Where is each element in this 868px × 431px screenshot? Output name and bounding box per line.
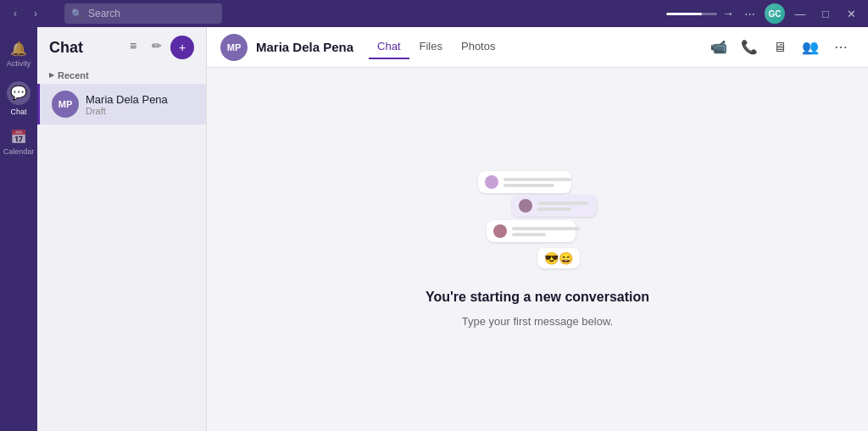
contact-avatar: MP xyxy=(220,34,248,61)
list-item[interactable]: MP Maria Dela Pena Draft xyxy=(37,84,206,124)
calendar-label: Calendar xyxy=(3,147,35,156)
maximize-button[interactable]: □ xyxy=(815,3,836,24)
user-avatar[interactable]: GC xyxy=(765,3,785,24)
title-bar-nav: ‹ › xyxy=(7,5,44,22)
calendar-icon: 📅 xyxy=(10,129,27,145)
emoji-bubble: 😎😄 xyxy=(537,248,580,268)
recent-chevron-icon: ▸ xyxy=(49,69,54,80)
title-bar-left: ‹ › 🔍 xyxy=(7,3,236,24)
left-nav: 🔔 Activity 💬 Chat 📅 Calendar xyxy=(0,27,37,431)
contact-name-header: Maria Dela Pena xyxy=(256,40,353,54)
progress-bar xyxy=(666,13,717,15)
illustration-line xyxy=(537,202,588,205)
illustration-line xyxy=(504,184,554,187)
search-input[interactable] xyxy=(88,8,215,19)
empty-state-subtitle: Type your first message below. xyxy=(462,315,613,328)
screen-share-button[interactable]: 🖥 xyxy=(766,34,793,61)
video-call-button[interactable]: 📹 xyxy=(705,34,732,61)
illustration-bubble-3 xyxy=(487,220,576,242)
back-button[interactable]: ‹ xyxy=(7,5,24,22)
arrow-right-icon: → xyxy=(722,7,734,20)
main-area: 🔔 Activity 💬 Chat 📅 Calendar Chat ≡ ✏ + … xyxy=(0,27,868,431)
recent-section-header[interactable]: ▸ Recent xyxy=(37,66,206,84)
sidebar: Chat ≡ ✏ + ▸ Recent MP Maria Dela Pena D… xyxy=(37,27,207,431)
filter-button[interactable]: ≡ xyxy=(123,36,143,56)
illustration-lines-1 xyxy=(504,178,571,187)
illustration-lines-3 xyxy=(512,227,580,236)
recent-label-text: Recent xyxy=(58,70,89,80)
tab-files[interactable]: Files xyxy=(411,35,451,59)
compose-button[interactable]: ✏ xyxy=(147,36,167,56)
sidebar-actions: ≡ ✏ + xyxy=(123,36,194,59)
chat-info: Maria Dela Pena Draft xyxy=(86,93,194,116)
illustration-avatar-2 xyxy=(519,199,532,213)
more-options-button[interactable]: ⋯ xyxy=(739,3,760,24)
illustration-bubble-2 xyxy=(512,195,597,217)
chat-label: Chat xyxy=(10,108,26,116)
chat-preview: Draft xyxy=(86,106,194,116)
illustration-avatar-1 xyxy=(485,175,498,189)
phone-call-button[interactable]: 📞 xyxy=(736,34,763,61)
search-icon: 🔍 xyxy=(71,8,83,19)
sidebar-title: Chat xyxy=(49,39,83,57)
minimize-button[interactable]: — xyxy=(790,3,810,24)
chat-icon-bg: 💬 xyxy=(7,81,31,105)
activity-icon: 🔔 xyxy=(10,41,27,57)
contact-name: Maria Dela Pena xyxy=(86,93,194,106)
activity-label: Activity xyxy=(7,59,31,68)
empty-state-title: You're starting a new conversation xyxy=(426,290,649,305)
illustration-lines-2 xyxy=(537,202,588,211)
content-header-right: 📹 📞 🖥 👥 ⋯ xyxy=(705,34,854,61)
sidebar-header: Chat ≡ ✏ + xyxy=(37,27,206,66)
forward-button[interactable]: › xyxy=(27,5,44,22)
avatar: MP xyxy=(52,91,79,118)
search-bar[interactable]: 🔍 xyxy=(64,3,222,24)
more-actions-button[interactable]: ⋯ xyxy=(827,34,854,61)
title-bar-right: → ⋯ GC — □ ✕ xyxy=(666,3,861,24)
close-button[interactable]: ✕ xyxy=(841,3,861,24)
tab-chat[interactable]: Chat xyxy=(369,35,409,59)
illustration-bubble-1 xyxy=(478,171,571,193)
new-chat-button[interactable]: + xyxy=(170,36,194,59)
header-tabs: Chat Files Photos xyxy=(369,35,504,59)
illustration-line xyxy=(537,207,571,211)
chat-illustration: 😎😄 xyxy=(478,171,597,273)
tab-photos[interactable]: Photos xyxy=(453,35,504,59)
chat-icon: 💬 xyxy=(10,85,27,101)
illustration-avatar-3 xyxy=(493,224,507,238)
sidebar-item-calendar[interactable]: 📅 Calendar xyxy=(3,122,34,163)
conversation-area: 😎😄 You're starting a new conversation Ty… xyxy=(207,68,868,431)
content-area: MP Maria Dela Pena Chat Files Photos 📹 📞… xyxy=(207,27,868,431)
illustration-line xyxy=(504,178,571,181)
illustration-line xyxy=(512,227,580,230)
people-button[interactable]: 👥 xyxy=(797,34,824,61)
content-header-left: MP Maria Dela Pena Chat Files Photos xyxy=(220,34,504,61)
title-bar: ‹ › 🔍 → ⋯ GC — □ ✕ xyxy=(0,0,868,27)
sidebar-item-activity[interactable]: 🔔 Activity xyxy=(3,34,34,75)
empty-state: 😎😄 You're starting a new conversation Ty… xyxy=(426,171,649,328)
illustration-line xyxy=(512,233,546,236)
sidebar-item-chat[interactable]: 💬 Chat xyxy=(3,78,34,119)
content-header: MP Maria Dela Pena Chat Files Photos 📹 📞… xyxy=(207,27,868,68)
